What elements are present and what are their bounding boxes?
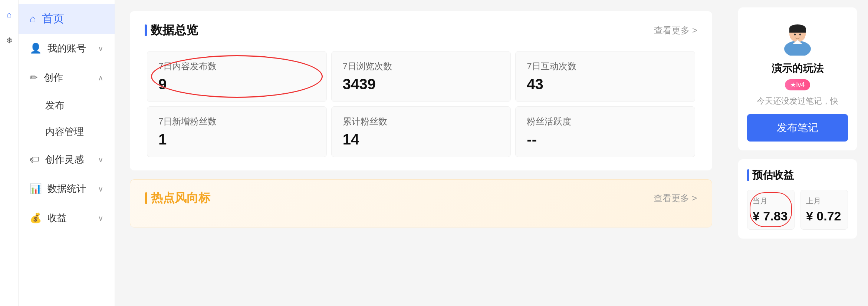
title-bar-blue: [145, 24, 147, 36]
chevron-earnings: ∨: [98, 214, 103, 223]
svg-point-4: [794, 34, 796, 36]
hot-trend-header: 热点风向标 查看更多 >: [145, 190, 697, 206]
stat-label-views: 7日浏览次数: [343, 60, 500, 72]
stat-value-views: 3439: [343, 76, 500, 93]
stat-cell-publish-count: 7日内容发布数 9: [147, 51, 327, 102]
stat-label-interactions: 7日互动次数: [527, 60, 684, 72]
data-overview-card: 数据总览 查看更多 > 7日内容发布数 9 7日浏览次数 3439 7日互动次数…: [130, 11, 712, 170]
stat-cell-interactions: 7日互动次数 43: [515, 51, 695, 102]
inspiration-icon: 🏷: [30, 154, 39, 165]
icon-bar: ⌂ ❄: [0, 0, 19, 306]
stat-cell-total-fans: 累计粉丝数 14: [331, 106, 511, 157]
stat-value-interactions: 43: [527, 76, 684, 93]
sidebar-account-label: 我的账号: [47, 42, 86, 55]
chevron-account: ∨: [98, 44, 103, 53]
sidebar-inspiration-label: 创作灵感: [45, 153, 84, 166]
earnings-icon: 💰: [30, 212, 42, 224]
earnings-card: 预估收益 当月 ¥ 7.83 上月 ¥ 0.72: [738, 159, 857, 239]
sidebar-home-label: 首页: [42, 11, 64, 26]
earnings-previous-value: ¥ 0.72: [806, 209, 842, 223]
profile-name: 演示的玩法: [772, 61, 823, 76]
earnings-title: 预估收益: [752, 168, 794, 182]
earnings-previous-month: 上月 ¥ 0.72: [800, 190, 848, 230]
sidebar-publish-label: 发布: [45, 100, 65, 111]
stats-grid: 7日内容发布数 9 7日浏览次数 3439 7日互动次数 43 7日新增粉丝数 …: [145, 49, 697, 159]
stat-cell-views: 7日浏览次数 3439: [331, 51, 511, 102]
home-icon-bar[interactable]: ⌂: [2, 7, 17, 22]
create-icon: ✏: [30, 72, 38, 83]
right-panel: 演示的玩法 ★lv4 今天还没发过笔记，快 发布笔记 预估收益 当月 ¥ 7.8…: [727, 0, 868, 306]
sidebar: ⌂ 首页 👤 我的账号 ∨ ✏ 创作 ∧ 发布 内容管理 🏷 创作灵感 ∨ 📊: [19, 0, 115, 306]
stat-label-fan-activity: 粉丝活跃度: [527, 116, 684, 127]
earnings-current-label: 当月: [753, 196, 789, 206]
stat-cell-fan-activity: 粉丝活跃度 --: [515, 106, 695, 157]
apps-icon-bar[interactable]: ❄: [2, 33, 17, 48]
earnings-grid: 当月 ¥ 7.83 上月 ¥ 0.72: [747, 190, 848, 230]
sidebar-create-label: 创作: [44, 71, 63, 84]
sidebar-home[interactable]: ⌂ 首页: [19, 4, 115, 34]
sidebar-earnings-label: 收益: [47, 212, 67, 224]
sidebar-item-inspiration[interactable]: 🏷 创作灵感 ∨: [19, 145, 115, 174]
sidebar-data-stats-label: 数据统计: [47, 182, 86, 195]
chevron-create: ∧: [98, 73, 103, 82]
sidebar-item-create[interactable]: ✏ 创作 ∧: [19, 63, 115, 92]
stat-label-total-fans: 累计粉丝数: [343, 116, 500, 127]
svg-rect-3: [789, 28, 806, 33]
profile-badge: ★lv4: [785, 79, 810, 90]
hot-trend-title: 热点风向标: [145, 190, 210, 206]
stat-cell-new-fans: 7日新增粉丝数 1: [147, 106, 327, 157]
home-icon: ⌂: [30, 13, 36, 25]
avatar: [779, 19, 816, 56]
sidebar-item-earnings[interactable]: 💰 收益 ∨: [19, 203, 115, 233]
data-stats-icon: 📊: [30, 183, 42, 194]
data-overview-title: 数据总览: [145, 22, 198, 39]
hot-trend-view-more[interactable]: 查看更多 >: [654, 192, 697, 204]
publish-note-button[interactable]: 发布笔记: [747, 114, 848, 142]
stat-value-total-fans: 14: [343, 131, 500, 148]
earnings-previous-label: 上月: [806, 196, 842, 206]
stat-value-fan-activity: --: [527, 131, 684, 148]
data-overview-view-more[interactable]: 查看更多 >: [654, 24, 697, 36]
stat-value-publish-count: 9: [158, 76, 315, 93]
stat-value-new-fans: 1: [158, 131, 315, 148]
earnings-header: 预估收益: [747, 168, 848, 182]
profile-card: 演示的玩法 ★lv4 今天还没发过笔记，快 发布笔记: [738, 7, 857, 150]
earnings-title-bar: [747, 169, 749, 181]
title-bar-orange: [145, 192, 147, 204]
earnings-current-value: ¥ 7.83: [753, 209, 789, 223]
sidebar-item-data-stats[interactable]: 📊 数据统计 ∨: [19, 174, 115, 203]
sidebar-content-manage-label: 内容管理: [45, 126, 84, 137]
chevron-inspiration: ∨: [98, 155, 103, 164]
hot-trend-card: 热点风向标 查看更多 >: [130, 179, 712, 227]
data-overview-header: 数据总览 查看更多 >: [145, 22, 697, 39]
sidebar-item-account[interactable]: 👤 我的账号 ∨: [19, 34, 115, 63]
stat-label-new-fans: 7日新增粉丝数: [158, 116, 315, 127]
chevron-data-stats: ∨: [98, 184, 103, 193]
stat-label-publish-count: 7日内容发布数: [158, 60, 315, 72]
sidebar-item-content-manage[interactable]: 内容管理: [19, 119, 115, 145]
svg-point-5: [799, 34, 801, 36]
profile-note: 今天还没发过笔记，快: [757, 96, 838, 107]
earnings-current-month: 当月 ¥ 7.83: [747, 190, 795, 230]
sidebar-item-publish[interactable]: 发布: [19, 92, 115, 119]
account-icon: 👤: [30, 43, 42, 54]
main-content: 数据总览 查看更多 > 7日内容发布数 9 7日浏览次数 3439 7日互动次数…: [115, 0, 727, 306]
